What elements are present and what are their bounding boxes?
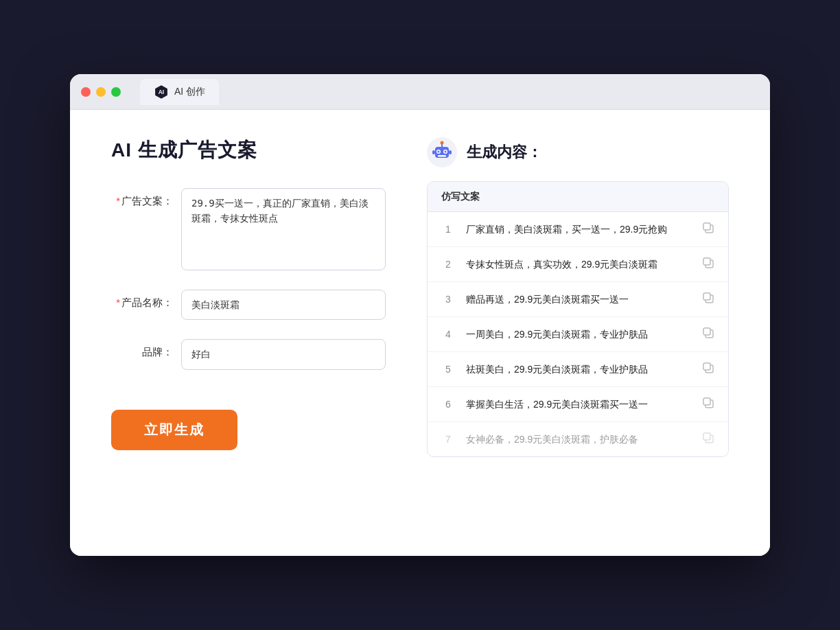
- required-star-product: *: [116, 296, 120, 308]
- result-row: 6掌握美白生活，29.9元美白淡斑霜买一送一: [428, 387, 728, 422]
- result-number: 3: [441, 294, 455, 305]
- result-row: 2专抹女性斑点，真实功效，29.9元美白淡斑霜: [428, 247, 728, 282]
- svg-rect-14: [703, 223, 710, 230]
- result-row: 1厂家直销，美白淡斑霜，买一送一，29.9元抢购: [428, 212, 728, 247]
- results-header: 仿写文案: [428, 182, 728, 212]
- brand-group: 品牌：: [111, 339, 386, 369]
- svg-point-9: [445, 151, 447, 153]
- right-header: 生成内容：: [427, 137, 729, 167]
- copy-icon[interactable]: [702, 327, 714, 342]
- ai-tab-icon: AI: [154, 84, 169, 100]
- svg-rect-18: [703, 293, 710, 300]
- product-name-group: *产品名称：: [111, 290, 386, 320]
- product-name-input[interactable]: [181, 290, 386, 320]
- svg-rect-16: [703, 258, 710, 265]
- result-text: 女神必备，29.9元美白淡斑霜，护肤必备: [466, 432, 691, 447]
- result-text: 一周美白，29.9元美白淡斑霜，专业护肤品: [466, 327, 691, 342]
- result-number: 5: [441, 364, 455, 375]
- svg-rect-11: [432, 150, 435, 154]
- result-number: 4: [441, 329, 455, 340]
- right-title: 生成内容：: [467, 142, 542, 163]
- results-list: 1厂家直销，美白淡斑霜，买一送一，29.9元抢购2专抹女性斑点，真实功效，29.…: [428, 212, 728, 456]
- result-number: 2: [441, 259, 455, 270]
- svg-rect-12: [449, 150, 452, 154]
- brand-label: 品牌：: [111, 339, 173, 359]
- copy-icon[interactable]: [702, 222, 714, 237]
- svg-text:AI: AI: [159, 89, 164, 95]
- left-panel: AI 生成广告文案 *广告文案： *产品名称： 品牌： 立: [111, 137, 386, 528]
- svg-rect-22: [703, 363, 710, 370]
- result-text: 专抹女性斑点，真实功效，29.9元美白淡斑霜: [466, 257, 691, 272]
- copy-icon[interactable]: [702, 362, 714, 377]
- traffic-lights: [81, 87, 121, 97]
- copy-icon[interactable]: [702, 257, 714, 272]
- required-star-ad: *: [116, 195, 120, 207]
- copy-icon[interactable]: [702, 292, 714, 307]
- product-label: *产品名称：: [111, 290, 173, 310]
- generate-button[interactable]: 立即生成: [111, 410, 237, 450]
- result-text: 祛斑美白，29.9元美白淡斑霜，专业护肤品: [466, 362, 691, 377]
- result-text: 掌握美白生活，29.9元美白淡斑霜买一送一: [466, 397, 691, 412]
- svg-point-8: [438, 151, 440, 153]
- result-number: 6: [441, 399, 455, 410]
- robot-icon: [427, 137, 457, 167]
- result-text: 赠品再送，29.9元美白淡斑霜买一送一: [466, 292, 691, 307]
- minimize-button[interactable]: [96, 87, 106, 97]
- result-row: 7女神必备，29.9元美白淡斑霜，护肤必备: [428, 422, 728, 456]
- svg-rect-20: [703, 328, 710, 335]
- svg-point-5: [441, 141, 444, 145]
- result-number: 1: [441, 224, 455, 235]
- tab-ai-creation[interactable]: AI AI 创作: [140, 79, 219, 105]
- column-header: 仿写文案: [441, 191, 480, 202]
- result-row: 5祛斑美白，29.9元美白淡斑霜，专业护肤品: [428, 352, 728, 387]
- tab-area: AI AI 创作: [140, 79, 219, 105]
- ad-copy-group: *广告文案：: [111, 188, 386, 270]
- result-row: 4一周美白，29.9元美白淡斑霜，专业护肤品: [428, 317, 728, 352]
- results-container: 仿写文案 1厂家直销，美白淡斑霜，买一送一，29.9元抢购2专抹女性斑点，真实功…: [427, 181, 729, 457]
- browser-window: AI AI 创作 AI 生成广告文案 *广告文案： *产品名称：: [70, 74, 770, 556]
- svg-rect-26: [703, 433, 710, 440]
- ad-label: *广告文案：: [111, 188, 173, 208]
- svg-rect-10: [438, 155, 446, 157]
- titlebar: AI AI 创作: [70, 74, 770, 110]
- result-row: 3赠品再送，29.9元美白淡斑霜买一送一: [428, 282, 728, 317]
- main-content: AI 生成广告文案 *广告文案： *产品名称： 品牌： 立: [70, 110, 770, 556]
- right-panel: 生成内容： 仿写文案 1厂家直销，美白淡斑霜，买一送一，29.9元抢购2专抹女性…: [427, 137, 729, 528]
- brand-input[interactable]: [181, 339, 386, 369]
- ad-copy-input[interactable]: [181, 188, 386, 270]
- page-title: AI 生成广告文案: [111, 137, 386, 163]
- copy-icon[interactable]: [702, 432, 714, 447]
- copy-icon[interactable]: [702, 397, 714, 412]
- close-button[interactable]: [81, 87, 91, 97]
- tab-title: AI 创作: [174, 86, 205, 98]
- maximize-button[interactable]: [111, 87, 121, 97]
- svg-rect-24: [703, 398, 710, 405]
- result-text: 厂家直销，美白淡斑霜，买一送一，29.9元抢购: [466, 222, 691, 237]
- result-number: 7: [441, 434, 455, 445]
